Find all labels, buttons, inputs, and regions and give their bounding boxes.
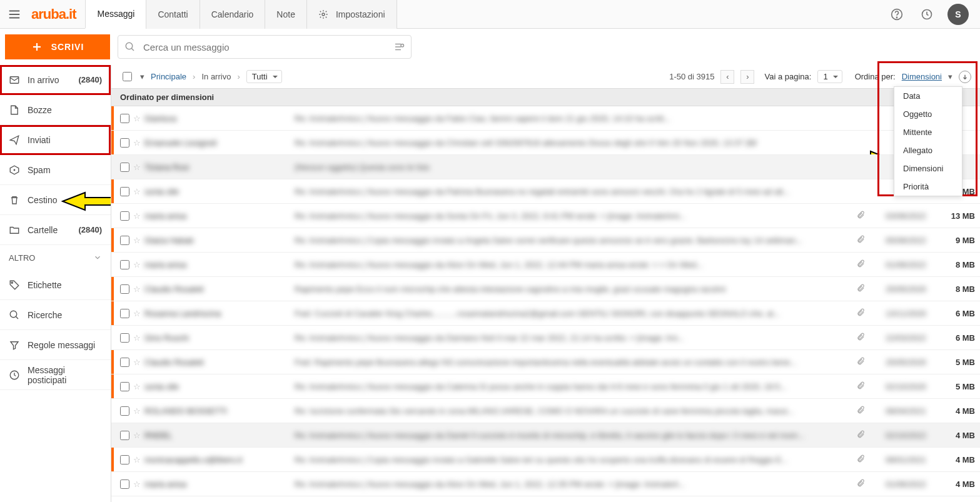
sidebar-item-in-arrivo[interactable]: In arrivo(2840) (0, 65, 111, 95)
sidebar-item-inviati[interactable]: Inviati (0, 125, 111, 155)
message-size: 9 MB (937, 236, 975, 245)
chevron-down-icon[interactable]: ▾ (140, 72, 144, 81)
star-icon[interactable]: ☆ (133, 211, 141, 221)
tab-impostazioni[interactable]: Impostazioni (306, 0, 397, 29)
sort-current[interactable]: Dimensioni (902, 72, 942, 81)
message-row[interactable]: ☆Claudio RosaletiRapimento pepe Ecco il … (111, 277, 980, 301)
inbox-icon (9, 74, 20, 86)
sidebar-item-cestino[interactable]: Cestino (0, 185, 111, 215)
chevron-down-icon[interactable]: ▾ (948, 72, 952, 81)
history-icon[interactable] (917, 5, 936, 24)
message-checkbox[interactable] (120, 431, 129, 440)
select-all-checkbox[interactable] (123, 72, 132, 81)
message-row[interactable]: ☆maria anisaRe: AnimaleAmico | Nuovo mes… (111, 204, 980, 228)
message-row[interactable]: ☆Emanuele LissignoliRe: AnimaleAmico | N… (111, 131, 980, 155)
message-checkbox[interactable] (120, 187, 129, 196)
message-row[interactable]: ☆Rosanna LandriscinaFwd: Cuccioli di Cav… (111, 301, 980, 326)
svg-point-18 (11, 282, 13, 283)
star-icon[interactable]: ☆ (133, 284, 141, 294)
message-checkbox[interactable] (120, 479, 129, 489)
message-sender: monicacappello.o@libero.it (144, 455, 295, 464)
sort-option-dimensioni[interactable]: Dimensioni (894, 159, 962, 178)
star-icon[interactable]: ☆ (133, 163, 141, 172)
tab-calendario[interactable]: Calendario (200, 0, 266, 29)
message-row[interactable]: ☆Glaiza HababRe: AnimaleAmico | Copia me… (111, 228, 980, 253)
message-row[interactable]: ☆sonia olleRe: AnimaleAmico | Nuovo mess… (111, 374, 980, 399)
draft-icon (9, 104, 20, 116)
filter-dropdown[interactable]: Tutti (246, 70, 282, 83)
page-next-button[interactable]: › (740, 70, 754, 84)
sidebar-group-altro[interactable]: ALTRO (0, 245, 111, 270)
tab-note[interactable]: Note (265, 0, 307, 29)
message-date: 06/04/2021 (870, 406, 926, 416)
sidebar-item-cartelle[interactable]: Cartelle(2840) (0, 215, 111, 245)
sort-option-mittente[interactable]: Mittente (894, 123, 962, 141)
message-row[interactable]: ☆Gino RuschiRe: AnimaleAmico | Nuovo mes… (111, 326, 980, 350)
message-row[interactable]: ☆Tiziana Rosi(Nessun oggetto) Questa son… (111, 155, 980, 179)
avatar[interactable]: S (947, 4, 969, 25)
sidebar-item-bozze[interactable]: Bozze (0, 95, 111, 125)
message-checkbox[interactable] (120, 163, 129, 172)
star-icon[interactable]: ☆ (133, 406, 141, 416)
menu-toggle[interactable] (0, 0, 29, 29)
message-checkbox[interactable] (120, 455, 129, 464)
message-checkbox[interactable] (120, 309, 129, 318)
message-subject: Re: AnimaleAmico | Nuovo messaggio da Ch… (295, 138, 967, 148)
message-checkbox[interactable] (120, 138, 129, 148)
help-icon[interactable] (887, 5, 906, 24)
message-checkbox[interactable] (120, 333, 129, 343)
star-icon[interactable]: ☆ (133, 358, 141, 367)
sidebar-item-regole-messaggi[interactable]: Regole messaggi (0, 330, 111, 360)
sort-option-data[interactable]: Data (894, 87, 962, 105)
message-checkbox[interactable] (120, 358, 129, 367)
goto-page-dropdown[interactable]: 1 (817, 70, 842, 83)
star-icon[interactable]: ☆ (133, 138, 141, 148)
sidebar-item-ricerche[interactable]: Ricerche (0, 300, 111, 330)
star-icon[interactable]: ☆ (133, 455, 141, 464)
message-checkbox[interactable] (120, 382, 129, 391)
tab-messaggi[interactable]: Messaggi (85, 0, 146, 29)
search-input[interactable] (142, 41, 393, 53)
tab-contatti[interactable]: Contatti (146, 0, 200, 29)
page-prev-button[interactable]: ‹ (720, 70, 734, 84)
star-icon[interactable]: ☆ (133, 309, 141, 318)
star-icon[interactable]: ☆ (133, 187, 141, 196)
breadcrumb-root[interactable]: Principale (151, 72, 186, 81)
sidebar-item-spam[interactable]: Spam (0, 155, 111, 185)
sort-option-oggetto[interactable]: Oggetto (894, 105, 962, 123)
message-checkbox[interactable] (120, 260, 129, 269)
message-checkbox[interactable] (120, 236, 129, 245)
message-checkbox[interactable] (120, 114, 129, 123)
message-subject: Re: AnimaleAmico | Nuovo messaggio da Al… (295, 479, 849, 489)
breadcrumb-folder: In arrivo (201, 72, 231, 81)
star-icon[interactable]: ☆ (133, 333, 141, 343)
attachment-icon (856, 357, 865, 368)
star-icon[interactable]: ☆ (133, 382, 141, 391)
sort-option-allegato[interactable]: Allegato (894, 141, 962, 159)
message-checkbox[interactable] (120, 211, 129, 221)
message-checkbox[interactable] (120, 284, 129, 294)
sidebar-item-messaggi-posticipati[interactable]: Messaggi posticipati (0, 360, 111, 390)
compose-button[interactable]: SCRIVI (5, 34, 110, 59)
message-row[interactable]: ☆GianlucaRe: AnimaleAmico | Nuovo messag… (111, 106, 980, 131)
sidebar-item-etichette[interactable]: Etichette (0, 270, 111, 300)
message-sender: Claudio Rosaleti (144, 284, 295, 294)
tag-icon (9, 279, 20, 291)
search-options-icon[interactable] (393, 41, 405, 53)
star-icon[interactable]: ☆ (133, 431, 141, 440)
message-row[interactable]: ☆maria anisaRe: AnimaleAmico | Nuovo mes… (111, 253, 980, 277)
star-icon[interactable]: ☆ (133, 236, 141, 245)
star-icon[interactable]: ☆ (133, 260, 141, 269)
message-row[interactable]: ☆ROLANDO BOSSETTIRe: Iscrizione conferma… (111, 399, 980, 423)
sort-option-priorità[interactable]: Priorità (894, 178, 962, 196)
message-row[interactable]: ☆RNDELRe: AnimaleAmico | Nuovo messaggio… (111, 423, 980, 448)
sort-direction-button[interactable] (959, 71, 971, 83)
message-row[interactable]: ☆sonia olleRe: AnimaleAmico | Nuovo mess… (111, 179, 980, 204)
message-row[interactable]: ☆maria anisaRe: AnimaleAmico | Nuovo mes… (111, 472, 980, 496)
star-icon[interactable]: ☆ (133, 114, 141, 123)
message-checkbox[interactable] (120, 406, 129, 416)
star-icon[interactable]: ☆ (133, 479, 141, 489)
search-box[interactable] (118, 35, 412, 59)
message-row[interactable]: ☆Claudio RosaletiFwd: Rapimento pepe Buo… (111, 350, 980, 374)
message-row[interactable]: ☆monicacappello.o@libero.itRe: AnimaleAm… (111, 448, 980, 472)
